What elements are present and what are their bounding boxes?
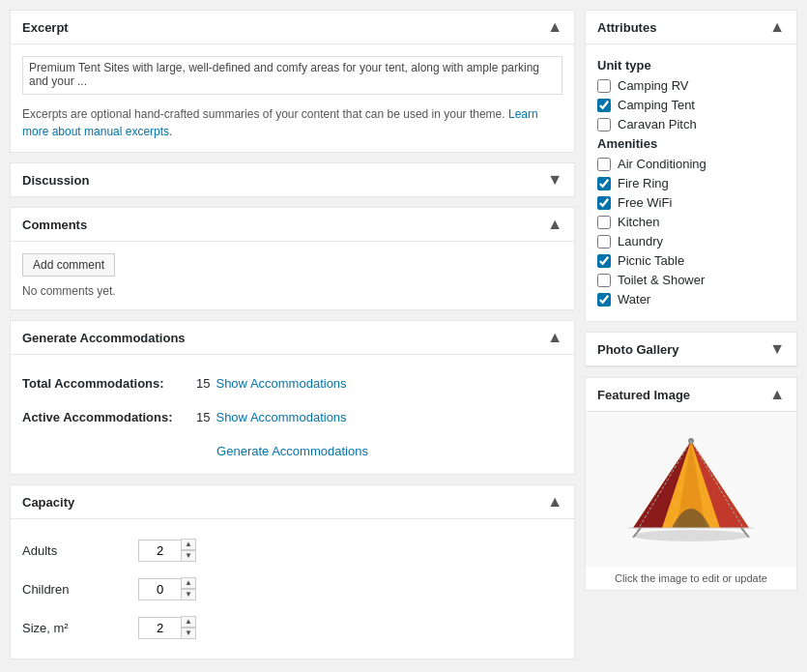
generate-accommodations-title: Generate Accommodations	[22, 331, 186, 345]
active-accommodations-link[interactable]: Show Accommodations	[216, 410, 346, 424]
amenity-item-7: Water	[597, 292, 785, 307]
amenity-checkbox-2[interactable]	[597, 196, 611, 210]
featured-image-container[interactable]	[586, 412, 796, 567]
size-input[interactable]	[138, 617, 182, 639]
featured-image-title: Featured Image	[597, 388, 690, 402]
size-spinner: ▲ ▼	[181, 616, 196, 639]
total-accommodations-value: 15	[196, 376, 210, 391]
amenity-label-3: Kitchen	[618, 215, 659, 229]
size-input-wrap: ▲ ▼	[138, 616, 196, 639]
amenity-label-2: Free WiFi	[618, 195, 672, 210]
excerpt-input[interactable]: Premium Tent Sites with large, well-defi…	[22, 56, 562, 95]
amenity-item-3: Kitchen	[597, 215, 785, 229]
generate-accommodations-body: Total Accommodations: 15 Show Accommodat…	[11, 355, 574, 474]
featured-image-header[interactable]: Featured Image ▲	[586, 378, 796, 412]
discussion-header[interactable]: Discussion ▼	[11, 163, 574, 196]
excerpt-body: Premium Tent Sites with large, well-defi…	[11, 44, 574, 152]
right-column: Attributes ▲ Unit type Camping RVCamping…	[585, 0, 807, 672]
children-input[interactable]	[138, 578, 182, 600]
total-accommodations-row: Total Accommodations: 15 Show Accommodat…	[22, 366, 562, 400]
unit-type-item-0: Camping RV	[597, 78, 785, 93]
capacity-toggle-icon: ▲	[547, 493, 562, 511]
amenity-label-7: Water	[618, 292, 650, 307]
attributes-title: Attributes	[597, 20, 656, 35]
amenity-label-5: Picnic Table	[618, 253, 684, 268]
size-row: Size, m² ▲ ▼	[22, 608, 562, 647]
photo-gallery-header[interactable]: Photo Gallery ▼	[586, 333, 796, 366]
tent-image	[623, 431, 759, 547]
unit-type-title: Unit type	[597, 58, 785, 73]
add-comment-button[interactable]: Add comment	[22, 253, 115, 277]
amenity-checkbox-4[interactable]	[597, 235, 611, 248]
excerpt-help-text: Excerpts are optional hand-crafted summa…	[22, 105, 562, 140]
active-accommodations-row: Active Accommodations: 15 Show Accommoda…	[22, 400, 562, 434]
featured-image-caption: Click the image to edit or update	[586, 567, 796, 590]
amenity-label-1: Fire Ring	[618, 176, 669, 190]
excerpt-header[interactable]: Excerpt ▲	[11, 11, 574, 44]
capacity-title: Capacity	[22, 495, 74, 510]
featured-image-toggle-icon: ▲	[769, 386, 785, 403]
unit-type-label-2: Caravan Pitch	[618, 117, 697, 131]
amenities-list: Air ConditioningFire RingFree WiFiKitche…	[597, 157, 785, 307]
comments-header[interactable]: Comments ▲	[11, 208, 574, 242]
size-spin-up[interactable]: ▲	[181, 616, 196, 628]
generate-accommodations-header[interactable]: Generate Accommodations ▲	[11, 321, 574, 355]
attributes-toggle-icon: ▲	[769, 18, 785, 36]
excerpt-panel: Excerpt ▲ Premium Tent Sites with large,…	[10, 10, 575, 153]
amenity-checkbox-0[interactable]	[597, 158, 611, 171]
size-label: Size, m²	[22, 621, 138, 635]
children-spin-up[interactable]: ▲	[181, 577, 196, 589]
generate-accommodations-action: Generate Accommodations	[22, 434, 562, 462]
unit-type-item-2: Caravan Pitch	[597, 117, 785, 131]
adults-spin-down[interactable]: ▼	[181, 550, 196, 562]
active-accommodations-label: Active Accommodations:	[22, 410, 196, 424]
amenity-item-2: Free WiFi	[597, 195, 785, 210]
capacity-header[interactable]: Capacity ▲	[11, 485, 574, 519]
amenity-checkbox-5[interactable]	[597, 254, 611, 268]
amenity-item-0: Air Conditioning	[597, 157, 785, 171]
amenity-checkbox-3[interactable]	[597, 216, 611, 229]
amenity-checkbox-1[interactable]	[597, 177, 611, 190]
amenity-label-6: Toilet & Shower	[618, 273, 705, 287]
attributes-panel: Attributes ▲ Unit type Camping RVCamping…	[585, 10, 797, 322]
unit-type-checkbox-1[interactable]	[597, 99, 611, 112]
size-spin-down[interactable]: ▼	[181, 628, 196, 639]
discussion-title: Discussion	[22, 173, 89, 188]
capacity-panel: Capacity ▲ Adults ▲ ▼ Children	[10, 484, 575, 659]
amenity-label-4: Laundry	[618, 234, 663, 248]
total-accommodations-link[interactable]: Show Accommodations	[216, 376, 346, 391]
adults-spin-up[interactable]: ▲	[181, 539, 196, 550]
amenity-checkbox-6[interactable]	[597, 274, 611, 287]
amenity-item-6: Toilet & Shower	[597, 273, 785, 287]
children-spin-down[interactable]: ▼	[181, 589, 196, 600]
active-accommodations-value: 15	[196, 410, 210, 424]
no-comments-text: No comments yet.	[22, 284, 562, 298]
generate-accommodations-panel: Generate Accommodations ▲ Total Accommod…	[10, 320, 575, 475]
discussion-toggle-icon: ▼	[547, 171, 562, 189]
photo-gallery-title: Photo Gallery	[597, 342, 679, 357]
unit-type-list: Camping RVCamping TentCaravan Pitch	[597, 78, 785, 131]
attributes-header[interactable]: Attributes ▲	[586, 11, 796, 44]
amenity-label-0: Air Conditioning	[618, 157, 706, 171]
unit-type-checkbox-2[interactable]	[597, 118, 611, 131]
children-input-wrap: ▲ ▼	[138, 577, 196, 600]
attributes-body: Unit type Camping RVCamping TentCaravan …	[586, 44, 796, 321]
generate-accommodations-link[interactable]: Generate Accommodations	[216, 444, 368, 458]
excerpt-toggle-icon: ▲	[547, 18, 562, 36]
amenity-item-4: Laundry	[597, 234, 785, 248]
photo-gallery-panel: Photo Gallery ▼	[585, 332, 797, 367]
children-spinner: ▲ ▼	[181, 577, 196, 600]
adults-row: Adults ▲ ▼	[22, 531, 562, 570]
children-label: Children	[22, 582, 138, 597]
adults-input[interactable]	[138, 540, 182, 562]
main-layout: Excerpt ▲ Premium Tent Sites with large,…	[0, 0, 807, 672]
amenity-checkbox-7[interactable]	[597, 293, 611, 307]
children-row: Children ▲ ▼	[22, 570, 562, 608]
comments-toggle-icon: ▲	[547, 216, 562, 233]
generate-accommodations-toggle-icon: ▲	[547, 329, 562, 346]
unit-type-label-1: Camping Tent	[618, 98, 695, 112]
amenity-item-5: Picnic Table	[597, 253, 785, 268]
unit-type-checkbox-0[interactable]	[597, 79, 611, 93]
svg-point-0	[633, 530, 749, 541]
featured-image-panel: Featured Image ▲	[585, 377, 797, 591]
